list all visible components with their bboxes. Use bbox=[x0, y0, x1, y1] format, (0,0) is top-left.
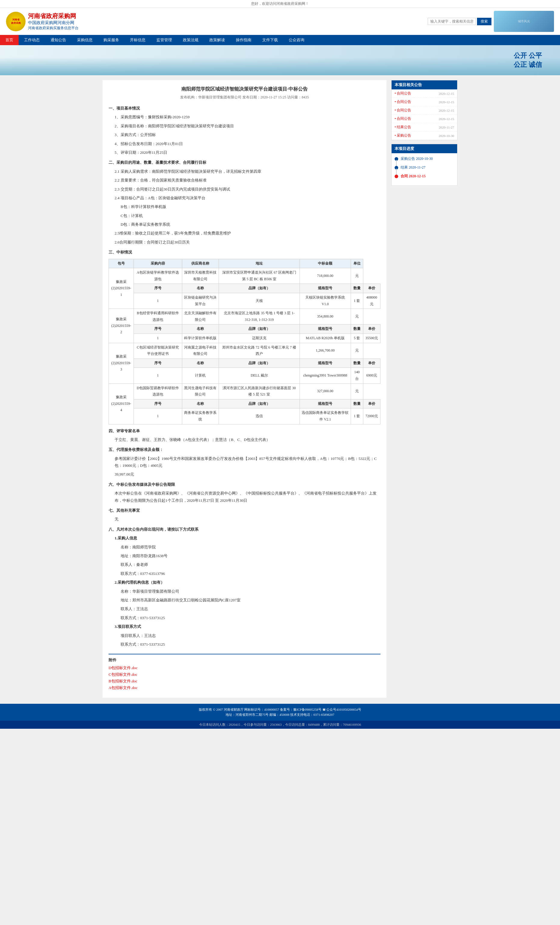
related-date-6: 2020-10-30 bbox=[439, 134, 454, 137]
related-date-1: 2020-12-15 bbox=[439, 92, 454, 95]
attachment-item-3[interactable]: B包招标文件.doc bbox=[108, 678, 380, 684]
agent-addr: 地址：郑州市高新区金融路跟行街交叉口朝检公园花展院内C座1207室 bbox=[108, 597, 380, 604]
project-contact: 项目联系人：王法志 bbox=[108, 632, 380, 639]
progress-item-2: 结果 2020-11-27 bbox=[395, 165, 454, 170]
header-banner-image: 城市风光 bbox=[494, 11, 554, 32]
attachment-title: 附件 bbox=[108, 657, 380, 663]
nav-bid[interactable]: 开标信息 bbox=[125, 35, 151, 45]
pkg-4: 豫政采(2)20201559-4 bbox=[109, 384, 134, 424]
project-title: 3.项目联系方式 bbox=[108, 623, 380, 630]
section-seven-title: 七、其他补充事宜 bbox=[108, 507, 380, 514]
item-1-3: 3、采购方式：公开招标 bbox=[108, 131, 380, 138]
progress-label-3: 合同 2020-12-15 bbox=[401, 174, 426, 179]
item-2-4c: C包：计算机 bbox=[108, 212, 380, 219]
footer-address: 地址：河南省郑州市二期75号 邮编：450008 技术支持电话：0371-658… bbox=[3, 713, 557, 717]
item-2-1: 2.1 采购人采购需求：南阳师范学院区域经济智能决策研究平台，详见招标文件第四章 bbox=[108, 168, 380, 175]
table-row: 豫政采(2)20201559-4 D包国际贸易教学科研软件选源包 黑河生晟电子科… bbox=[109, 384, 380, 399]
related-link-2[interactable]: • 合同公告 bbox=[395, 99, 411, 104]
nav-supervision[interactable]: 监管管理 bbox=[151, 35, 177, 45]
footer-copyright: 版权所有 © 2007 河南省财政厅 网标标识号：410000057 备案号：豫… bbox=[3, 707, 557, 712]
progress-item-1: 采购公告 2020-10-30 bbox=[395, 156, 454, 161]
related-link-4[interactable]: • 合同公告 bbox=[395, 116, 411, 121]
section-six-title: 六、中标公告发布媒体及中标公告期限 bbox=[108, 481, 380, 488]
nav-policy[interactable]: 政策法规 bbox=[177, 35, 204, 45]
nav-work[interactable]: 工作动态 bbox=[19, 35, 45, 45]
related-date-2: 2020-12-15 bbox=[439, 100, 454, 104]
header-title-block: 河南省政府采购网 中国政府采购网河南分网 河南省政府采购买服务信息平台 bbox=[28, 12, 78, 31]
unit-3: 元 bbox=[351, 343, 363, 359]
article-body: 一、项目基本情况 1、采购意图编号：豫财投标采购-2020-1259 2、采购项… bbox=[108, 105, 380, 648]
supplier-4: 黑河生晟电子科技有限公司 bbox=[182, 384, 219, 399]
search-input[interactable] bbox=[428, 18, 476, 25]
sub-header-row: 序号 名称 品牌（如有） 规格型号 数量 单价 bbox=[109, 324, 380, 334]
five-content: 参考国家计委计价【2002】1980号文件和国家发展改革委办公厅发改办价格【20… bbox=[108, 455, 380, 469]
sidebar-item: • 合同公告 2020-12-15 bbox=[392, 106, 457, 114]
table-sub-row: 1 区块链金融研究与决策平台 天核 天核区块链实验教学系统 V1.0 1 套 4… bbox=[109, 293, 380, 309]
attachment-item-4[interactable]: A包招标文件.doc bbox=[108, 685, 380, 690]
col-content: 采购内容 bbox=[134, 259, 182, 268]
banner-line2: 公正 诚信 bbox=[514, 60, 542, 69]
col-supplier: 供应商名称 bbox=[182, 259, 219, 268]
addr-1: 深圳市宝安区野申通道兴兴社区 67 区南闸老门 第 5 层 BC 栋 B506 … bbox=[219, 268, 300, 284]
section-three-title: 三、中标情况 bbox=[108, 249, 380, 256]
attachment-item-1[interactable]: D包招标文件.doc bbox=[108, 665, 380, 670]
item-2-4b: B包：科学计算软件单机版 bbox=[108, 203, 380, 210]
related-announcements-box: 本项目相关公告 • 合同公告 2020-12-15 • 合同公告 2020-12… bbox=[391, 80, 458, 140]
top-bar-message: 您好，欢迎访问河南省政府采购网！ bbox=[251, 2, 309, 6]
nav-purchase[interactable]: 采购信息 bbox=[72, 35, 98, 45]
related-date-4: 2020-12-15 bbox=[439, 117, 454, 121]
top-bar: 您好，欢迎访问河南省政府采购网！ bbox=[0, 0, 560, 8]
footer-bottom-text: 今日本站访问人数：2020415，今日参与访问量：2563663，今日访问总量：… bbox=[199, 723, 361, 726]
col-amount: 中标金额 bbox=[300, 259, 351, 268]
attachment-item-2[interactable]: C包招标文件.doc bbox=[108, 672, 380, 677]
amount-3: 1,266,700.00 bbox=[300, 343, 351, 359]
agent-tel: 联系方式：0371-53373125 bbox=[108, 615, 380, 621]
pkg-1: 豫政采(2)20201559-1 bbox=[109, 268, 134, 309]
pkg-2: 豫政采(2)20201559-2 bbox=[109, 309, 134, 343]
nav-guide[interactable]: 操作指南 bbox=[230, 35, 257, 45]
five-total: 39,997.00元 bbox=[108, 471, 380, 478]
unit-1: 元 bbox=[351, 268, 363, 284]
table-row: 豫政采(2)20201559-3 C包区域经济智能决策研究平台使用证书 河南翼之… bbox=[109, 343, 380, 359]
table-sub-row: 1 商务单证实务教学系统 迅信 迅信国际商务单证实务教学软件 V2.1 1 套 … bbox=[109, 408, 380, 424]
nav-service[interactable]: 购采服务 bbox=[98, 35, 125, 45]
progress-box-container: 本项目进度 采购公告 2020-10-30 结果 2020-11-27 bbox=[391, 144, 458, 186]
content-1: A包区块链学科教学软件选源包 bbox=[134, 268, 182, 284]
agent-title: 2.采购代理机构信息（如有） bbox=[108, 579, 380, 586]
table-sub-row: 1 计算机 DELL 戴尔 chengming3991 Tower300988 … bbox=[109, 368, 380, 384]
sub-header-row: 序号 名称 品牌（如有） 规格型号 数量 单价 bbox=[109, 359, 380, 368]
related-link-5[interactable]: • 结果公告 bbox=[395, 125, 411, 130]
nav-interpretation[interactable]: 政策解读 bbox=[204, 35, 230, 45]
content-3: C包区域经济智能决策研究平台使用证书 bbox=[134, 343, 182, 359]
header: 河南省政府采购 河南省政府采购网 中国政府采购网河南分网 河南省政府采购买服务信… bbox=[0, 8, 560, 35]
related-link-3[interactable]: • 合同公告 bbox=[395, 108, 411, 113]
nav-home[interactable]: 首页 bbox=[0, 35, 19, 45]
nav-download[interactable]: 文件下载 bbox=[257, 35, 283, 45]
related-link-6[interactable]: • 采购公告 bbox=[395, 133, 411, 138]
nav-notice[interactable]: 通知公告 bbox=[45, 35, 72, 45]
nav: 首页 工作动态 通知公告 采购信息 购采服务 开标信息 监管管理 政策法规 政策… bbox=[0, 35, 560, 45]
related-link-1[interactable]: • 合同公告 bbox=[395, 91, 411, 96]
related-date-3: 2020-12-15 bbox=[439, 108, 454, 112]
main-container: 南阳师范学院区域经济智能决策研究平台建设项目·中标公告 发布机构：华新项目管理集… bbox=[99, 80, 461, 698]
search-button[interactable]: 搜索 bbox=[477, 18, 491, 25]
supplier-1: 深圳市天核教育科技有限公司 bbox=[182, 268, 219, 284]
sub-header-row: 序号 名称 品牌（如有） 规格型号 数量 单价 bbox=[109, 399, 380, 408]
six-content: 本次中标公告在《河南省政府采购网》、《河南省公共资源交易中心网》、《中国招标标投… bbox=[108, 490, 380, 504]
amount-4: 327,000.00 bbox=[300, 384, 351, 399]
progress-label-1: 采购公告 2020-10-30 bbox=[401, 156, 433, 161]
banner: 公开 公平 公正 诚信 bbox=[0, 45, 560, 75]
nav-consultation[interactable]: 公众咨询 bbox=[283, 35, 310, 45]
table-sub-row: 1 科学计算软件单机版 迈斯沃克 MATLAB R2020b 单机版 5 套 3… bbox=[109, 333, 380, 343]
progress-dot-3 bbox=[395, 175, 398, 178]
project-tel: 联系方式：0371-53373125 bbox=[108, 641, 380, 648]
banner-city-bg bbox=[0, 57, 560, 75]
addr-4: 漯河市源汇区人民路新兴建步行街裙基面层 30 楼 5 层 521 室 bbox=[219, 384, 300, 399]
addr-3: 郑州市金水区文化路 72 号院 6 号楼三单元 7 楼西户 bbox=[219, 343, 300, 359]
item-1-1: 1、采购意图编号：豫财投标采购-2020-1259 bbox=[108, 113, 380, 121]
section-two-title: 二、采购目的用途、数量、基量技术要求、合同履行目标 bbox=[108, 159, 380, 166]
agent-name: 名称：华新项目管理集团有限公司 bbox=[108, 588, 380, 595]
col-address: 地址 bbox=[219, 259, 300, 268]
header-subtitle: 中国政府采购网河南分网 bbox=[28, 20, 78, 26]
progress-item-3: 合同 2020-12-15 bbox=[395, 174, 454, 179]
